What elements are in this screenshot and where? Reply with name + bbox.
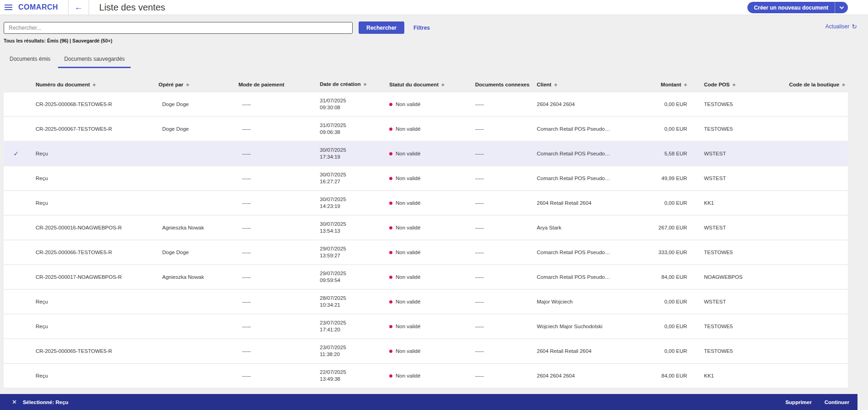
document-number: Reçu <box>28 151 159 156</box>
creation-date-value: 31/07/2025 <box>320 97 383 104</box>
client: Comarch Retail POS Pseudopa... <box>530 176 612 181</box>
search-button[interactable]: Rechercher <box>359 21 404 34</box>
table-row[interactable]: CR-2025-000017-NOAGWEBPOS-RAgnieszka Now… <box>4 265 848 290</box>
column-header-status[interactable]: Statut du document◆ <box>383 82 468 87</box>
delete-button[interactable]: Supprimer <box>785 399 812 405</box>
refresh-link[interactable]: Actualiser ↻ <box>826 23 857 30</box>
filters-link[interactable]: Filtres <box>413 25 430 31</box>
menu-icon[interactable] <box>0 0 18 15</box>
status-dot-icon <box>389 152 392 155</box>
creation-time-value: 09:59:54 <box>320 277 383 284</box>
related-documents: ----- <box>468 299 530 304</box>
creation-time-value: 16:27:27 <box>320 178 383 185</box>
back-arrow-icon[interactable]: ← <box>69 0 89 15</box>
column-header-client[interactable]: Client◆ <box>530 82 612 87</box>
create-document-button[interactable]: Créer un nouveau document <box>747 2 848 13</box>
document-number: Reçu <box>28 373 159 378</box>
creation-date-value: 23/07/2025 <box>320 344 383 351</box>
payment-method: ----- <box>238 373 314 378</box>
table-row[interactable]: CR-2025-000067-TESTOWE5-RDoge Doge-----3… <box>4 117 848 142</box>
tab-documents-sauvegardes[interactable]: Documents sauvegardés <box>58 56 131 68</box>
creation-date-value: 30/07/2025 <box>320 221 383 228</box>
amount: 0,00 EUR <box>612 101 689 107</box>
column-header-payment: Mode de paiement <box>238 82 314 87</box>
status-label: Non validé <box>396 225 420 230</box>
pos-code: WSTEST <box>689 176 760 181</box>
pos-code: WSTEST <box>689 151 760 156</box>
table-row[interactable]: CR-2025-000016-NOAGWEBPOS-RAgnieszka Now… <box>4 216 848 240</box>
table-row[interactable]: Reçu-----30/07/202514:23:19Non validé---… <box>4 191 848 216</box>
creation-date-value: 30/07/2025 <box>320 196 383 203</box>
close-icon[interactable]: ✕ <box>12 399 17 405</box>
table-row[interactable]: ✓Reçu-----30/07/202517:34:19Non validé--… <box>4 142 848 166</box>
creation-date: 23/07/202517:41:20 <box>314 319 383 333</box>
row-checkmark-icon[interactable]: ✓ <box>4 150 28 157</box>
table-row[interactable]: Reçu-----23/07/202517:41:20Non validé---… <box>4 314 848 339</box>
creation-time-value: 13:59:27 <box>320 252 383 259</box>
column-header-date[interactable]: Date de création◆ <box>314 81 383 88</box>
client: 2604 Retail Retail 2604 <box>530 348 612 354</box>
continue-button[interactable]: Continuer <box>825 399 849 405</box>
status-dot-icon <box>389 300 392 304</box>
pos-code: WSTEST <box>689 225 760 230</box>
status-dot-icon <box>389 202 392 205</box>
column-header-shop[interactable]: Code de la boutique◆ <box>760 82 848 87</box>
creation-date: 22/07/202513:49:38 <box>314 369 383 383</box>
status-label: Non validé <box>396 324 420 329</box>
amount: 5,58 EUR <box>612 151 689 156</box>
status-dot-icon <box>389 103 392 106</box>
document-status: Non validé <box>383 250 468 255</box>
column-header-operator[interactable]: Opéré par◆ <box>159 82 238 87</box>
search-input[interactable] <box>4 22 353 34</box>
comarch-logo: COMARCH <box>18 0 68 15</box>
creation-time-value: 17:34:19 <box>320 154 383 160</box>
payment-method: ----- <box>238 348 314 354</box>
status-dot-icon <box>389 350 392 353</box>
table-header-row: Numéro du document◆Opéré par◆Mode de pai… <box>4 77 848 92</box>
column-header-amount[interactable]: Montant◆ <box>612 82 689 87</box>
pos-code: TESTOWE5 <box>689 324 760 329</box>
tab-documents-emis[interactable]: Documents émis <box>4 56 56 68</box>
payment-method: ----- <box>238 324 314 329</box>
column-header-label: Statut du document <box>389 82 439 87</box>
creation-date: 30/07/202517:34:19 <box>314 147 383 160</box>
table-row[interactable]: Reçu-----28/07/202510:34:21Non validé---… <box>4 290 848 314</box>
pos-code: TESTOWE5 <box>689 126 760 132</box>
creation-date: 31/07/202509:30:08 <box>314 97 383 111</box>
app-header: COMARCH ← Liste des ventes Créer un nouv… <box>0 0 868 15</box>
payment-method: ----- <box>238 225 314 230</box>
status-label: Non validé <box>396 348 420 354</box>
creation-date: 28/07/202510:34:21 <box>314 295 383 309</box>
document-status: Non validé <box>383 373 468 378</box>
document-number: CR-2025-000068-TESTOWE5-R <box>28 101 159 107</box>
table-row[interactable]: CR-2025-000068-TESTOWE5-RDoge Doge-----3… <box>4 92 848 117</box>
payment-method: ----- <box>238 176 314 181</box>
column-header-pos[interactable]: Code POS◆ <box>689 82 760 87</box>
table-row[interactable]: Reçu-----22/07/202513:49:38Non validé---… <box>4 364 848 389</box>
table-row[interactable]: Reçu-----30/07/202516:27:27Non validé---… <box>4 166 848 191</box>
pos-code: KK1 <box>689 373 760 378</box>
document-status: Non validé <box>383 348 468 354</box>
creation-time-value: 13:49:38 <box>320 376 383 383</box>
client: Wojciech Major Suchodolski <box>530 324 612 329</box>
client: 2604 2604 2604 <box>530 101 612 107</box>
chevron-down-icon <box>839 5 844 9</box>
document-number: CR-2025-000016-NOAGWEBPOS-R <box>28 225 159 230</box>
client: Major Wojciech <box>530 299 612 304</box>
results-summary: Tous les résultats: Émis (96) | Sauvegar… <box>4 38 864 43</box>
operated-by: Doge Doge <box>159 101 238 107</box>
related-documents: ----- <box>468 225 530 230</box>
refresh-icon: ↻ <box>852 23 857 30</box>
operated-by: Doge Doge <box>159 250 238 255</box>
create-document-dropdown[interactable] <box>835 2 848 13</box>
table-row[interactable]: CR-2025-000065-TESTOWE5-R-----23/07/2025… <box>4 339 848 364</box>
amount: 49,99 EUR <box>612 176 689 181</box>
document-number: Reçu <box>28 324 159 329</box>
amount: 0,00 EUR <box>612 126 689 132</box>
sort-icon: ◆ <box>186 82 189 87</box>
sort-icon: ◆ <box>363 81 366 88</box>
column-header-num[interactable]: Numéro du document◆ <box>28 82 159 87</box>
pos-code: WSTEST <box>689 299 760 304</box>
table-row[interactable]: CR-2025-000066-TESTOWE5-RDoge Doge-----2… <box>4 240 848 265</box>
creation-date-value: 30/07/2025 <box>320 171 383 178</box>
